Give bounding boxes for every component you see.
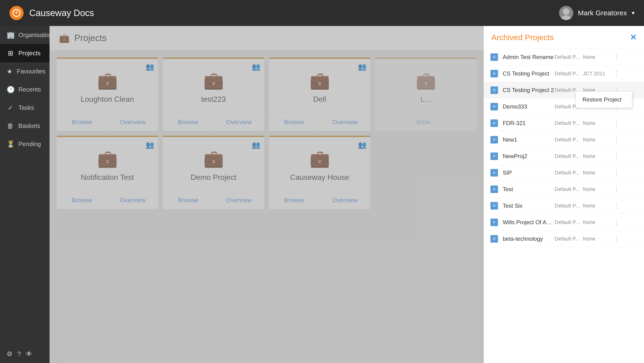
archived-list-item: Admin Test Rename Default P... None ⋮ (484, 49, 644, 65)
archived-item-name-test: Test (503, 186, 554, 193)
archived-item-menu-fdr-321[interactable]: ⋮ (611, 119, 622, 127)
archived-item-menu-wills-project[interactable]: ⋮ (611, 218, 622, 226)
sidebar: 🏢 Organisations ⊞ Projects ★ Favourites … (0, 26, 50, 363)
archived-item-icon-sip (490, 169, 498, 177)
user-avatar (559, 6, 573, 20)
archived-item-name-cs-testing-project-2: CS Testing Project 2 (503, 87, 554, 94)
archived-item-name-new1: New1 (503, 136, 554, 143)
archived-item-icon-fdr-321 (490, 119, 498, 127)
chevron-down-icon[interactable]: ▾ (632, 10, 634, 16)
header-right: Mark Greatorex ▾ (559, 6, 634, 20)
sidebar-item-projects[interactable]: ⊞ Projects (0, 44, 50, 62)
organisations-icon: 🏢 (6, 31, 14, 39)
archived-item-contract-admin-test-rename: None (583, 54, 611, 60)
sidebar-item-label-baskets: Baskets (18, 122, 40, 130)
archived-list-item: beta-technology Default P... None ⋮ (484, 231, 644, 247)
archived-item-icon-cs-testing-project (490, 70, 498, 77)
archived-list-item: CS Testing Project 2 Default P... None ⋮… (484, 82, 644, 98)
app-logo (10, 6, 24, 20)
archived-list-item: Test Six Default P... None ⋮ (484, 198, 644, 214)
sidebar-item-label-pending: Pending (18, 140, 41, 148)
archived-item-menu-sip[interactable]: ⋮ (611, 169, 622, 177)
visibility-icon[interactable]: 👁 (26, 350, 32, 358)
archived-item-name-test-six: Test Six (503, 202, 554, 209)
archived-item-contract-sip: None (583, 170, 611, 176)
archived-item-contract-test: None (583, 186, 611, 192)
archived-list-item: Wills Project Of Awes... Default P... No… (484, 214, 644, 231)
archived-list-item: New1 Default P... None ⋮ (484, 131, 644, 148)
archived-item-type-fdr-321: Default P... (554, 120, 583, 126)
sidebar-item-baskets[interactable]: 🗑 Baskets (0, 117, 50, 135)
app-title: Causeway Docs (29, 8, 94, 18)
app-logo-inner (12, 9, 20, 17)
archived-item-type-admin-test-rename: Default P... (554, 54, 583, 60)
pending-icon: ⏳ (6, 140, 14, 148)
archived-item-menu-test-six[interactable]: ⋮ (611, 202, 622, 210)
svg-point-0 (563, 8, 570, 15)
sidebar-item-tasks[interactable]: ✓ Tasks (0, 99, 50, 117)
archived-list-item: Test Default P... None ⋮ (484, 181, 644, 198)
archived-item-name-demo333: Demo333 (503, 103, 554, 110)
archived-item-icon-beta-technology (490, 235, 498, 243)
archived-item-icon-newproj2 (490, 152, 498, 160)
archived-item-contract-newproj2: None (583, 153, 611, 159)
sidebar-item-favourites[interactable]: ★ Favourites (0, 62, 50, 81)
archived-item-contract-wills-project: None (583, 219, 611, 225)
archived-item-menu-admin-test-rename[interactable]: ⋮ (611, 53, 622, 61)
archived-item-type-test-six: Default P... (554, 203, 583, 209)
archived-item-type-cs-testing-project: Default P... (554, 71, 583, 77)
archived-close-button[interactable]: ✕ (630, 33, 636, 42)
archived-panel: Archived Projects ✕ Admin Test Rename De… (484, 26, 644, 363)
archived-list-item: FDR-321 Default P... None ⋮ (484, 115, 644, 131)
content-overlay (50, 26, 484, 363)
archived-list-item: CS Testing Project Default P... JCT 2011… (484, 65, 644, 82)
archived-item-type-sip: Default P... (554, 170, 583, 176)
archived-item-menu-test[interactable]: ⋮ (611, 185, 622, 193)
archived-item-menu-beta-technology[interactable]: ⋮ (611, 235, 622, 243)
sidebar-item-label-recents: Recents (18, 86, 41, 93)
sidebar-item-recents[interactable]: 🕐 Recents (0, 81, 50, 99)
archived-item-icon-demo333 (490, 103, 498, 111)
restore-project-button[interactable]: Restore Project (576, 92, 632, 108)
favourites-icon: ★ (6, 68, 12, 75)
archived-list-item: SIP Default P... None ⋮ (484, 165, 644, 181)
tasks-icon: ✓ (6, 104, 14, 112)
user-name[interactable]: Mark Greatorex (578, 9, 627, 17)
archived-item-contract-fdr-321: None (583, 120, 611, 126)
archived-item-menu-newproj2[interactable]: ⋮ (611, 152, 622, 160)
sidebar-item-label-favourites: Favourites (17, 68, 45, 75)
archived-item-type-test: Default P... (554, 186, 583, 192)
archived-item-icon-test (490, 186, 498, 193)
help-icon[interactable]: ? (17, 350, 21, 358)
archived-item-menu-cs-testing-project[interactable]: ⋮ (611, 70, 622, 77)
archived-item-name-wills-project: Wills Project Of Awes... (503, 219, 554, 226)
archived-item-icon-wills-project (490, 219, 498, 226)
sidebar-item-label-tasks: Tasks (18, 104, 34, 111)
archived-item-contract-beta-technology: None (583, 236, 611, 242)
archived-header: Archived Projects ✕ (484, 26, 644, 49)
svg-point-1 (561, 15, 571, 20)
archived-list-item: NewProj2 Default P... None ⋮ (484, 148, 644, 165)
archived-item-type-beta-technology: Default P... (554, 236, 583, 242)
archived-item-name-cs-testing-project: CS Testing Project (503, 70, 554, 77)
settings-icon[interactable]: ⚙ (6, 350, 12, 358)
sidebar-item-organisations[interactable]: 🏢 Organisations (0, 26, 50, 44)
archived-item-name-fdr-321: FDR-321 (503, 120, 554, 127)
archived-item-contract-test-six: None (583, 203, 611, 209)
archived-item-name-beta-technology: beta-technology (503, 236, 554, 242)
archived-item-menu-new1[interactable]: ⋮ (611, 136, 622, 144)
content-area: 💼 Projects 👥 💼 Loughton Clean Browse Ove… (50, 26, 484, 363)
archived-item-icon-admin-test-rename (490, 53, 498, 61)
archived-item-type-wills-project: Default P... (554, 219, 583, 225)
archived-item-contract-new1: None (583, 137, 611, 143)
archived-item-contract-cs-testing-project: JCT 2011 (583, 71, 611, 77)
archived-item-name-admin-test-rename: Admin Test Rename (503, 54, 554, 61)
sidebar-item-label-projects: Projects (18, 50, 40, 57)
archived-item-type-newproj2: Default P... (554, 153, 583, 159)
sidebar-item-pending[interactable]: ⏳ Pending (0, 135, 50, 153)
archived-item-name-newproj2: NewProj2 (503, 153, 554, 160)
projects-icon: ⊞ (6, 49, 14, 57)
restore-dropdown: Restore Project (576, 91, 632, 108)
top-header: Causeway Docs Mark Greatorex ▾ (0, 0, 644, 26)
archived-item-name-sip: SIP (503, 169, 554, 176)
